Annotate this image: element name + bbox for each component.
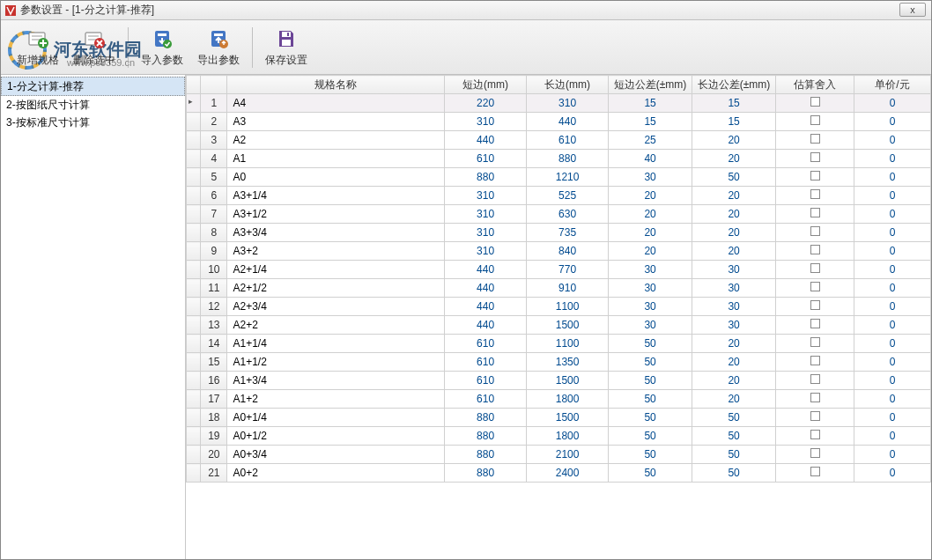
cell-stol[interactable]: 30 xyxy=(609,261,692,279)
checkbox-icon[interactable] xyxy=(810,467,820,476)
cell-short[interactable]: 440 xyxy=(445,298,527,316)
cell-stol[interactable]: 30 xyxy=(609,279,692,298)
checkbox-icon[interactable] xyxy=(810,300,820,310)
export-params-button[interactable]: 导出参数 xyxy=(190,23,247,72)
cell-ltol[interactable]: 20 xyxy=(692,335,776,353)
cell-stol[interactable]: 50 xyxy=(609,372,692,390)
cell-long[interactable]: 1100 xyxy=(527,298,609,316)
cell-price[interactable]: 0 xyxy=(854,390,931,409)
cell-est[interactable] xyxy=(776,187,854,205)
cell-name[interactable]: A0+1/4 xyxy=(227,409,445,427)
cell-stol[interactable]: 15 xyxy=(609,94,692,113)
cell-price[interactable]: 0 xyxy=(854,409,931,427)
cell-price[interactable]: 0 xyxy=(854,113,931,131)
table-row[interactable]: 18A0+1/4880150050500 xyxy=(187,409,931,427)
cell-price[interactable]: 0 xyxy=(854,335,931,353)
cell-ltol[interactable]: 30 xyxy=(692,279,776,298)
cell-price[interactable]: 0 xyxy=(854,446,931,464)
cell-long[interactable]: 880 xyxy=(527,150,609,168)
cell-price[interactable]: 0 xyxy=(854,427,931,446)
table-row[interactable]: 7A3+1/231063020200 xyxy=(187,205,931,224)
cell-short[interactable]: 610 xyxy=(445,372,527,390)
cell-name[interactable]: A4 xyxy=(227,94,445,113)
cell-name[interactable]: A1+1/4 xyxy=(227,335,445,353)
cell-price[interactable]: 0 xyxy=(854,298,931,316)
cell-ltol[interactable]: 30 xyxy=(692,298,776,316)
cell-stol[interactable]: 50 xyxy=(609,409,692,427)
checkbox-icon[interactable] xyxy=(810,374,820,384)
delete-selected-button[interactable]: 删除选中 xyxy=(66,23,122,72)
cell-long[interactable]: 2100 xyxy=(527,446,609,464)
cell-stol[interactable]: 20 xyxy=(609,224,692,242)
cell-name[interactable]: A2 xyxy=(227,131,445,150)
cell-name[interactable]: A1+3/4 xyxy=(227,372,445,390)
cell-stol[interactable]: 50 xyxy=(609,353,692,372)
cell-short[interactable]: 310 xyxy=(445,205,527,224)
cell-long[interactable]: 2400 xyxy=(527,464,609,483)
cell-price[interactable]: 0 xyxy=(854,131,931,150)
table-row[interactable]: 13A2+2440150030300 xyxy=(187,316,931,335)
cell-ltol[interactable]: 50 xyxy=(692,464,776,483)
cell-price[interactable]: 0 xyxy=(854,187,931,205)
checkbox-icon[interactable] xyxy=(810,171,820,181)
cell-est[interactable] xyxy=(776,94,854,113)
cell-short[interactable]: 310 xyxy=(445,113,527,131)
cell-ltol[interactable]: 30 xyxy=(692,316,776,335)
cell-ltol[interactable]: 30 xyxy=(692,261,776,279)
checkbox-icon[interactable] xyxy=(810,189,820,199)
cell-short[interactable]: 310 xyxy=(445,187,527,205)
col-long[interactable]: 长边(mm) xyxy=(527,76,609,94)
cell-est[interactable] xyxy=(776,242,854,261)
table-row[interactable]: 1A422031015150 xyxy=(187,94,931,113)
cell-short[interactable]: 310 xyxy=(445,242,527,261)
table-row[interactable]: 12A2+3/4440110030300 xyxy=(187,298,931,316)
cell-price[interactable]: 0 xyxy=(854,372,931,390)
cell-name[interactable]: A2+1/4 xyxy=(227,261,445,279)
cell-price[interactable]: 0 xyxy=(854,224,931,242)
new-spec-button[interactable]: 新增规格 xyxy=(10,23,66,72)
checkbox-icon[interactable] xyxy=(810,245,820,254)
cell-stol[interactable]: 40 xyxy=(609,150,692,168)
cell-est[interactable] xyxy=(776,353,854,372)
cell-short[interactable]: 310 xyxy=(445,224,527,242)
cell-short[interactable]: 610 xyxy=(445,390,527,409)
cell-price[interactable]: 0 xyxy=(854,316,931,335)
cell-stol[interactable]: 50 xyxy=(609,390,692,409)
cell-ltol[interactable]: 20 xyxy=(692,150,776,168)
cell-long[interactable]: 1800 xyxy=(527,427,609,446)
cell-stol[interactable]: 50 xyxy=(609,427,692,446)
cell-long[interactable]: 840 xyxy=(527,242,609,261)
cell-long[interactable]: 770 xyxy=(527,261,609,279)
cell-est[interactable] xyxy=(776,205,854,224)
table-row[interactable]: 15A1+1/2610135050200 xyxy=(187,353,931,372)
checkbox-icon[interactable] xyxy=(810,319,820,328)
cell-short[interactable]: 440 xyxy=(445,316,527,335)
cell-est[interactable] xyxy=(776,224,854,242)
sidebar-item[interactable]: 3-按标准尺寸计算 xyxy=(1,114,185,131)
table-row[interactable]: 16A1+3/4610150050200 xyxy=(187,372,931,390)
cell-short[interactable]: 880 xyxy=(445,409,527,427)
cell-long[interactable]: 630 xyxy=(527,205,609,224)
checkbox-icon[interactable] xyxy=(810,356,820,365)
table-row[interactable]: 19A0+1/2880180050500 xyxy=(187,427,931,446)
checkbox-icon[interactable] xyxy=(810,448,820,458)
cell-est[interactable] xyxy=(776,279,854,298)
cell-price[interactable]: 0 xyxy=(854,464,931,483)
cell-short[interactable]: 880 xyxy=(445,427,527,446)
cell-ltol[interactable]: 20 xyxy=(692,353,776,372)
cell-ltol[interactable]: 20 xyxy=(692,372,776,390)
checkbox-icon[interactable] xyxy=(810,115,820,125)
cell-est[interactable] xyxy=(776,316,854,335)
cell-price[interactable]: 0 xyxy=(854,150,931,168)
cell-name[interactable]: A3 xyxy=(227,113,445,131)
cell-stol[interactable]: 30 xyxy=(609,298,692,316)
cell-long[interactable]: 1500 xyxy=(527,372,609,390)
table-row[interactable]: 3A244061025200 xyxy=(187,131,931,150)
col-est[interactable]: 估算舍入 xyxy=(776,76,854,94)
cell-ltol[interactable]: 20 xyxy=(692,390,776,409)
table-row[interactable]: 14A1+1/4610110050200 xyxy=(187,335,931,353)
cell-price[interactable]: 0 xyxy=(854,94,931,113)
cell-ltol[interactable]: 50 xyxy=(692,409,776,427)
table-row[interactable]: 9A3+231084020200 xyxy=(187,242,931,261)
cell-short[interactable]: 440 xyxy=(445,261,527,279)
